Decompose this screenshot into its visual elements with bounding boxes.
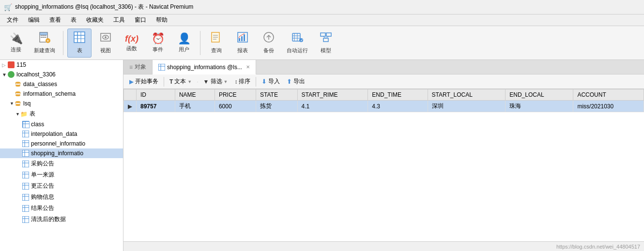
sidebar-item-qingxi[interactable]: 清洗后的数据 [0,214,123,225]
data-table-container[interactable]: ID NAME PRICE STATE START_RIME END_TIME … [123,89,644,241]
sidebar-item-data-classes[interactable]: data_classes [0,79,123,89]
cell-price[interactable]: 6000 [215,101,256,112]
table-icon-qingxi [22,216,29,223]
col-header-state[interactable]: STATE [256,89,297,101]
col-header-start-rime[interactable]: START_RIME [297,89,368,101]
export-label: 导出 [293,77,305,86]
sidebar-item-class[interactable]: class [0,119,123,129]
sidebar-item-115[interactable]: ▷ 115 [0,60,123,70]
cell-account[interactable]: miss/2021030 [573,101,644,112]
menu-tools[interactable]: 工具 [108,15,130,25]
sidebar-item-gengzheng[interactable]: 更正公告 [0,180,123,192]
svg-rect-66 [22,194,29,201]
sidebar-item-personnel[interactable]: personnel_informatio [0,139,123,148]
cell-end_time[interactable]: 4.3 [368,101,428,112]
toolbar-view[interactable]: 视图 [93,29,118,58]
svg-rect-54 [22,150,29,157]
expand-icon-tables[interactable]: ▼ [15,112,20,117]
sidebar-item-localhost[interactable]: ▼ localhost_3306 [0,70,123,79]
text-dropdown-icon[interactable]: ▼ [187,79,192,84]
begin-transaction-button[interactable]: ▶ 开始事务 [126,76,161,87]
tab-shopping[interactable]: shopping_informations @ls... ✕ [153,60,256,74]
toolbar-user[interactable]: 👤 用户 [172,29,196,58]
toolbar-autorun[interactable]: ✓ 自动运行 [283,29,312,58]
svg-rect-6 [74,32,85,43]
tab-object-icon: ≡ [129,64,133,71]
sidebar-item-gouwu[interactable]: 购物信息 [0,192,123,203]
sidebar-label-jieguo: 结果公告 [31,204,54,212]
text-button[interactable]: T 文本 ▼ [167,76,195,87]
table-icon-personnel [22,140,29,147]
col-header-id[interactable]: ID [137,89,175,101]
model-label: 模型 [321,47,331,54]
menu-file[interactable]: 文件 [2,15,23,25]
menu-window[interactable]: 窗口 [130,15,151,25]
toolbar-backup[interactable]: 备份 [257,29,281,58]
begin-transaction-label: 开始事务 [135,77,158,86]
export-button[interactable]: ⬆ 导出 [284,76,308,87]
expand-icon-localhost[interactable]: ▼ [2,72,8,77]
tb-separator-filter: · [197,78,198,85]
expand-icon-lsq[interactable]: ▼ [10,101,15,106]
col-header-account[interactable]: ACCOUNT [573,89,644,101]
cell-start_rime[interactable]: 4.1 [297,101,368,112]
tab-object-label: 对象 [135,63,146,71]
db-icon-info-schema [15,90,21,97]
expand-icon-115[interactable]: ▷ [2,62,8,68]
begin-transaction-icon: ▶ [129,78,134,85]
newquery-label: 新建查询 [34,47,55,54]
import-button[interactable]: ⬇ 导入 [259,76,283,87]
menu-edit[interactable]: 编辑 [23,15,45,25]
col-header-end-time[interactable]: END_TIME [368,89,428,101]
col-header-end-local[interactable]: END_LOCAL [506,89,573,101]
sidebar-item-lsq[interactable]: ▼ lsq [0,99,123,108]
sidebar-label-data-classes: data_classes [23,81,57,88]
cell-state[interactable]: 拣货 [256,101,297,112]
sort-button[interactable]: ↕ 排序 [231,76,253,87]
sidebar-label-qingxi: 清洗后的数据 [31,215,66,223]
toolbar-model[interactable]: 模型 [314,29,338,58]
sidebar-item-danyi[interactable]: 单一来源 [0,169,123,180]
toolbar-func[interactable]: f(x) 函数 [120,29,144,58]
col-header-price[interactable]: PRICE [215,89,256,101]
sidebar-item-information-schema[interactable]: information_schema [0,89,123,99]
cell-id[interactable]: 89757 [137,101,175,112]
model-icon [320,31,332,46]
event-icon: ⏰ [152,32,165,45]
cell-end_local[interactable]: 珠海 [506,101,573,112]
toolbar-newquery[interactable]: ━━━ ━━━ + 新建查询 [30,29,59,58]
toolbar-divider-1 [63,31,63,55]
user-label: 用户 [179,46,189,53]
menu-view[interactable]: 查看 [45,15,66,25]
table-row[interactable]: ▶89757手机6000拣货4.14.3深圳珠海miss/2021030 [124,101,644,112]
cell-name[interactable]: 手机 [175,101,215,112]
tab-object[interactable]: ≡ 对象 [123,60,153,74]
tab-close-button[interactable]: ✕ [246,64,250,70]
svg-text:+: + [47,39,49,43]
filter-button[interactable]: ▼ 筛选 ▼ [200,76,231,87]
toolbar-event[interactable]: ⏰ 事件 [146,29,170,58]
cell-start_local[interactable]: 深圳 [428,101,506,112]
menu-table[interactable]: 表 [66,15,81,25]
toolbar-table[interactable]: 表 [67,29,92,58]
col-header-name[interactable]: NAME [175,89,215,101]
svg-point-40 [15,85,20,87]
sidebar-item-interpolation[interactable]: interpolation_data [0,129,123,139]
menu-favorites[interactable]: 收藏夹 [81,15,108,25]
tab-shopping-label: shopping_informations @ls... [167,64,242,71]
sidebar-label-gengzheng: 更正公告 [31,182,54,190]
sidebar-item-caigou[interactable]: 采购公告 [0,158,123,169]
toolbar-query[interactable]: 查询 [204,29,229,58]
sidebar-item-shopping[interactable]: shopping_informatio [0,148,123,158]
col-header-start-local[interactable]: START_LOCAL [428,89,506,101]
tb-separator-2 [256,77,256,87]
toolbar-report[interactable]: 报表 [230,29,255,58]
toolbar-connect[interactable]: 🔌 连接 [4,29,28,58]
svg-rect-20 [241,36,243,41]
sidebar-item-jieguo[interactable]: 结果公告 [0,203,123,214]
filter-dropdown-icon[interactable]: ▼ [224,79,228,84]
menu-help[interactable]: 帮助 [151,15,172,25]
table-icon-caigou [22,161,29,167]
tab-bar: ≡ 对象 shopping_informations @ls... ✕ [123,60,644,74]
sidebar-item-tables-folder[interactable]: ▼ 📁 表 [0,108,123,119]
